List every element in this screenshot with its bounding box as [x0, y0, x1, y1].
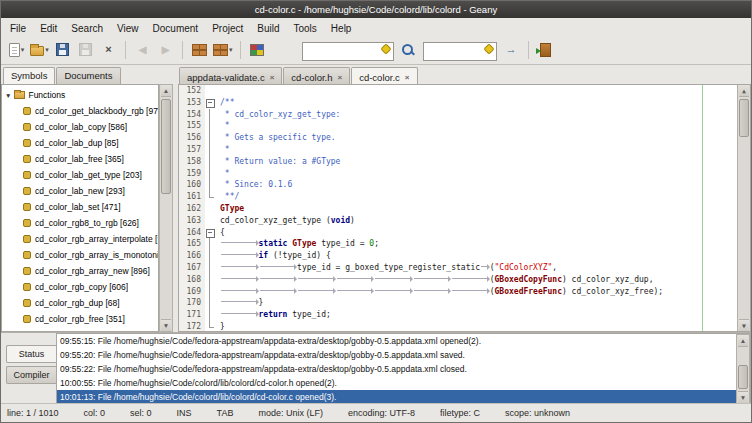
- tab-close-icon[interactable]: ×: [270, 73, 275, 82]
- fold-marker[interactable]: [205, 168, 217, 180]
- message-row[interactable]: 10:00:55: File /home/hughsie/Code/colord…: [57, 376, 737, 390]
- fold-marker[interactable]: [205, 132, 217, 144]
- fold-marker[interactable]: [205, 250, 217, 262]
- tree-root-functions[interactable]: ▼ Functions: [2, 87, 158, 103]
- code-line[interactable]: 166 if (!type_id) {: [179, 250, 736, 262]
- fold-marker[interactable]: [205, 156, 217, 168]
- symbol-item[interactable]: cd_color_rgb_dup [68]: [2, 295, 158, 311]
- symbol-item[interactable]: cd_color_lab_dup [85]: [2, 135, 158, 151]
- search-input[interactable]: [302, 42, 394, 61]
- sidebar-scrollbar[interactable]: ▲ ▼: [159, 84, 173, 332]
- fold-marker[interactable]: [205, 215, 217, 227]
- menu-item[interactable]: Project: [205, 21, 250, 34]
- line-number[interactable]: 167: [179, 262, 205, 274]
- symbol-item[interactable]: cd_color_rgb_copy [606]: [2, 279, 158, 295]
- scrollbar-thumb[interactable]: [161, 99, 171, 194]
- symbol-item[interactable]: cd_color_lab_set [471]: [2, 199, 158, 215]
- symbol-item[interactable]: cd_color_rgb8_to_rgb [626]: [2, 215, 158, 231]
- titlebar[interactable]: cd-color.c - /home/hughsie/Code/colord/l…: [1, 1, 751, 18]
- menu-item[interactable]: View: [110, 21, 146, 34]
- scroll-up-icon[interactable]: ▲: [161, 85, 171, 97]
- message-tab[interactable]: Status: [6, 345, 56, 363]
- line-number[interactable]: 172: [179, 321, 205, 331]
- fold-marker[interactable]: [205, 191, 217, 203]
- message-row[interactable]: 09:55:15: File /home/hughsie/Code/fedora…: [57, 334, 737, 348]
- menu-item[interactable]: Search: [64, 21, 110, 34]
- build-button[interactable]: ▾: [211, 38, 235, 62]
- symbol-item[interactable]: cd_color_rgb_array_interpolate [9: [2, 231, 158, 247]
- code-line[interactable]: 159 *: [179, 168, 736, 180]
- quit-button[interactable]: [534, 38, 557, 62]
- line-number[interactable]: 165: [179, 238, 205, 250]
- code-line[interactable]: 167 type_id = g_boxed_type_register_stat…: [179, 262, 736, 274]
- code-line[interactable]: 155 *: [179, 120, 736, 132]
- message-row[interactable]: 09:55:22: File /home/hughsie/Code/fedora…: [57, 362, 737, 376]
- fold-marker[interactable]: [205, 144, 217, 156]
- fold-marker[interactable]: [205, 109, 217, 121]
- code-line[interactable]: 162 GType: [179, 203, 736, 215]
- editor[interactable]: 152 153 /** 154: [178, 84, 751, 332]
- navigate-back-button[interactable]: ◀: [131, 38, 154, 62]
- message-row[interactable]: 09:55:20: File /home/hughsie/Code/fedora…: [57, 348, 737, 362]
- document-tab[interactable]: cd-color.c ×: [351, 67, 417, 84]
- code-line[interactable]: 156 * Gets a specific type.: [179, 132, 736, 144]
- line-number[interactable]: 162: [179, 203, 205, 215]
- symbol-item[interactable]: cd_color_rgb_array_is_monotonic: [2, 247, 158, 263]
- fold-marker[interactable]: [205, 309, 217, 321]
- line-number[interactable]: 164: [179, 227, 205, 239]
- line-number[interactable]: 169: [179, 286, 205, 298]
- scrollbar-thumb[interactable]: [738, 365, 748, 389]
- message-tab[interactable]: Compiler: [6, 366, 56, 384]
- fold-marker[interactable]: [205, 227, 217, 239]
- line-number[interactable]: 166: [179, 250, 205, 262]
- message-scrollbar[interactable]: ▲ ▼: [736, 334, 750, 404]
- code-line[interactable]: 160 * Since: 0.1.6: [179, 179, 736, 191]
- symbol-item[interactable]: cd_color_rgb_array_new [896]: [2, 263, 158, 279]
- fold-marker[interactable]: [205, 262, 217, 274]
- message-row[interactable]: 10:01:13: File /home/hughsie/Code/colord…: [57, 390, 737, 404]
- code-line[interactable]: 152: [179, 85, 736, 97]
- fold-marker[interactable]: [205, 85, 217, 97]
- close-document-button[interactable]: ×: [97, 38, 120, 62]
- find-button[interactable]: [397, 38, 420, 62]
- line-number[interactable]: 170: [179, 297, 205, 309]
- symbol-item[interactable]: cd_color_get_blackbody_rgb [97: [2, 103, 158, 119]
- chevron-down-icon[interactable]: ▾: [21, 46, 25, 54]
- fold-marker[interactable]: [205, 274, 217, 286]
- document-tab[interactable]: cd-color.h ×: [283, 67, 350, 84]
- line-number[interactable]: 155: [179, 120, 205, 132]
- line-number[interactable]: 153: [179, 97, 205, 109]
- fold-marker[interactable]: [205, 97, 217, 109]
- sidebar-tab[interactable]: Symbols: [3, 67, 55, 84]
- open-file-button[interactable]: ▾: [28, 38, 51, 62]
- code-line[interactable]: 161 **/: [179, 191, 736, 203]
- code-line[interactable]: 172 }: [179, 321, 736, 331]
- line-number[interactable]: 156: [179, 132, 205, 144]
- symbol-item[interactable]: cd_color_rgb_free [351]: [2, 311, 158, 327]
- code-line[interactable]: 169 (GBoxedFreeFunc) cd_color_xyz_free);: [179, 286, 736, 298]
- code-line[interactable]: 168 (GBoxedCopyFunc) cd_color_xyz_dup,: [179, 274, 736, 286]
- code-line[interactable]: 158 * Return value: a #GType: [179, 156, 736, 168]
- line-number[interactable]: 160: [179, 179, 205, 191]
- fold-marker[interactable]: [205, 321, 217, 331]
- code-line[interactable]: 165 static GType type_id = 0;: [179, 238, 736, 250]
- code-line[interactable]: 164 {: [179, 227, 736, 239]
- fold-marker[interactable]: [205, 203, 217, 215]
- color-chooser-button[interactable]: [246, 38, 269, 62]
- compile-button[interactable]: [188, 38, 211, 62]
- menu-item[interactable]: Edit: [33, 21, 64, 34]
- fold-marker[interactable]: [205, 120, 217, 132]
- new-file-button[interactable]: ▾: [5, 38, 28, 62]
- scroll-down-icon[interactable]: ▼: [161, 319, 171, 331]
- expander-icon[interactable]: ▼: [5, 92, 11, 99]
- code-line[interactable]: 163 cd_color_xyz_get_type (void): [179, 215, 736, 227]
- line-number[interactable]: 152: [179, 85, 205, 97]
- line-number[interactable]: 163: [179, 215, 205, 227]
- scroll-up-icon[interactable]: ▲: [738, 335, 748, 347]
- navigate-forward-button[interactable]: ▶: [154, 38, 177, 62]
- code-line[interactable]: 170 }: [179, 297, 736, 309]
- symbol-item[interactable]: cd_color_lab_get_type [203]: [2, 167, 158, 183]
- fold-marker[interactable]: [205, 297, 217, 309]
- line-number[interactable]: 171: [179, 309, 205, 321]
- line-number[interactable]: 161: [179, 191, 205, 203]
